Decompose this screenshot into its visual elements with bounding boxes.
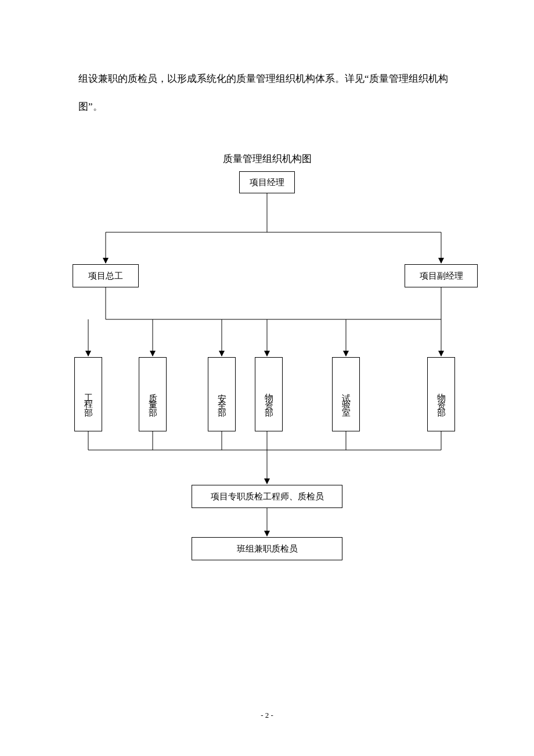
node-chief-engineer: 项目总工 (73, 264, 139, 287)
node-dept-engineering: 工程部 (74, 357, 102, 431)
chart-title: 质量管理组织机构图 (0, 152, 534, 165)
node-dept-safety: 安全部 (208, 357, 236, 431)
node-dept-materials-2: 物资部 (427, 357, 455, 431)
node-qc-engineer: 项目专职质检工程师、质检员 (192, 485, 342, 508)
node-team-qc: 班组兼职质检员 (192, 537, 342, 560)
node-dept-quality: 质量部 (139, 357, 167, 431)
node-deputy-manager: 项目副经理 (405, 264, 478, 287)
org-chart: 项目经理 项目总工 项目副经理 工程部 质量部 安全部 物资部 试验室 物资部 … (0, 171, 534, 607)
node-dept-lab: 试验室 (332, 357, 360, 431)
node-project-manager: 项目经理 (239, 171, 295, 193)
body-paragraph: 组设兼职的质检员，以形成系统化的质量管理组织机构体系。详见“质量管理组织机构图”… (78, 65, 459, 120)
page-number: - 2 - (0, 711, 534, 720)
node-dept-materials-1: 物资部 (255, 357, 283, 431)
